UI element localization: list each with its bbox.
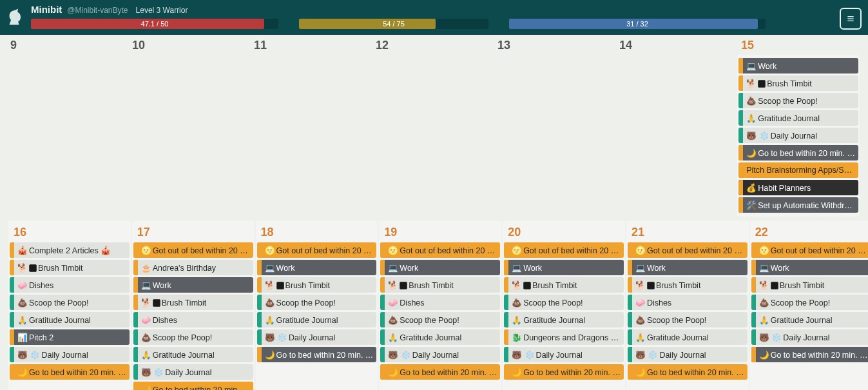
day-cell-18[interactable]: 18 🌝Got out of bed within 20 …💻Work🐕Brus… — [256, 220, 378, 390]
day-cell-15[interactable]: 💻Work🐕Brush Timbit💩Scoop the Poop!🙏Grati… — [737, 55, 860, 217]
day-cell-16[interactable]: 16 🎪Complete 2 Articles 🎪🐕Brush Timbit🧼D… — [8, 220, 131, 390]
task-label: 🧼Dishes — [632, 298, 747, 307]
task-gratitude[interactable]: 🙏Gratitude Journal — [257, 312, 377, 327]
day-cell-20[interactable]: 20 🌝Got out of bed within 20 …💻Work🐕Brus… — [503, 220, 625, 390]
xp-bar: 54 / 75 — [299, 19, 488, 29]
day-cell-19[interactable]: 19 🌝Got out of bed within 20 …💻Work🐕Brus… — [379, 220, 501, 390]
task-scoop[interactable]: 💩Scoop the Poop! — [133, 329, 253, 345]
task-daily_journal[interactable]: 🐻 ❄️Daily Journal — [133, 364, 253, 380]
task-dishes[interactable]: 🧼Dishes — [380, 295, 500, 310]
day-number: 21 — [628, 222, 747, 240]
day-cell-10[interactable] — [130, 55, 251, 217]
task-scoop[interactable]: 💩Scoop the Poop! — [504, 295, 624, 310]
task-gotout[interactable]: 🌝Got out of bed within 20 … — [751, 242, 868, 258]
task-gotout[interactable]: 🌝Got out of bed within 20 … — [257, 242, 377, 258]
task-scoop[interactable]: 💩Scoop the Poop! — [738, 93, 858, 108]
task-brush[interactable]: 🐕Brush Timbit — [504, 277, 624, 293]
menu-button[interactable] — [840, 8, 862, 30]
task-gotout[interactable]: 🌝Got out of bed within 20 … — [133, 242, 253, 258]
task-auto_with[interactable]: 🛠️Set up Automatic Withdr… — [738, 197, 858, 213]
task-stripe — [751, 295, 756, 310]
app-logo[interactable] — [0, 3, 28, 31]
task-daily_journal[interactable]: 🐻 ❄️Daily Journal — [751, 329, 868, 345]
task-label: 🙏Gratitude Journal — [508, 315, 624, 325]
stat-bars: 47.1 / 50 54 / 75 31 / 32 — [31, 19, 863, 29]
task-work[interactable]: 💻Work — [257, 260, 377, 275]
task-brush[interactable]: 🐕Brush Timbit — [380, 277, 500, 293]
task-gotout[interactable]: 🌝Got out of bed within 20 … — [628, 242, 747, 258]
task-label: 🌙Go to bed within 20 min. … — [14, 367, 130, 377]
task-brush[interactable]: 🐕Brush Timbit — [751, 277, 868, 293]
task-work[interactable]: 💻Work — [751, 260, 868, 275]
task-brush[interactable]: 🐕Brush Timbit — [628, 277, 747, 293]
task-gratitude[interactable]: 🙏Gratitude Journal — [738, 110, 858, 126]
task-stripe — [751, 329, 756, 345]
task-gotout[interactable]: 🌝Got out of bed within 20 … — [504, 242, 624, 258]
task-stripe — [738, 75, 743, 91]
task-scoop[interactable]: 💩Scoop the Poop! — [257, 295, 377, 310]
day-cell-13[interactable] — [494, 55, 615, 217]
task-stripe — [133, 329, 138, 345]
task-dnd[interactable]: 🐉Dungeons and Dragons … — [504, 329, 624, 345]
task-gratitude[interactable]: 🙏Gratitude Journal — [133, 347, 253, 362]
task-work[interactable]: 💻Work — [738, 58, 858, 73]
task-pitch2[interactable]: 📊Pitch 2 — [10, 329, 130, 345]
task-label: 🙏Gratitude Journal — [743, 113, 858, 123]
task-pitch_brain[interactable]: Pitch Brainstorming Apps/S… — [738, 162, 858, 178]
task-scoop[interactable]: 💩Scoop the Poop! — [10, 295, 130, 310]
task-articles[interactable]: 🎪Complete 2 Articles 🎪 — [10, 242, 130, 258]
day-cell-21[interactable]: 21 🌝Got out of bed within 20 …💻Work🐕Brus… — [626, 220, 749, 390]
task-work[interactable]: 💻Work — [628, 260, 747, 275]
task-daily_journal[interactable]: 🐻 ❄️Daily Journal — [628, 347, 747, 362]
task-birthday[interactable]: 🎂Andrea's Birthday — [133, 260, 253, 275]
task-daily_journal[interactable]: 🐻 ❄️Daily Journal — [738, 128, 858, 143]
task-daily_journal[interactable]: 🐻 ❄️Daily Journal — [504, 347, 624, 362]
task-dishes[interactable]: 🧼Dishes — [10, 277, 130, 293]
task-label: 💩Scoop the Poop! — [385, 315, 500, 325]
task-gobed_orange[interactable]: 🌙Go to bed within 20 min. … — [628, 364, 747, 380]
day-cell-17[interactable]: 17 🌝Got out of bed within 20 …🎂Andrea's … — [132, 220, 255, 390]
day-cell-11[interactable] — [251, 55, 372, 217]
task-brush[interactable]: 🐕Brush Timbit — [133, 295, 253, 310]
task-stripe — [628, 260, 632, 275]
task-dishes[interactable]: 🧼Dishes — [133, 312, 253, 327]
day-cell-14[interactable] — [616, 55, 737, 217]
task-gobed_orange[interactable]: 🌙Go to bed within 20 min. … — [133, 382, 253, 390]
task-stripe — [738, 58, 743, 73]
task-gratitude[interactable]: 🙏Gratitude Journal — [504, 312, 624, 327]
task-scoop[interactable]: 💩Scoop the Poop! — [628, 312, 747, 327]
task-label: 🙏Gratitude Journal — [138, 350, 253, 360]
task-gobed[interactable]: 🌙Go to bed within 20 min. … — [751, 347, 868, 362]
task-habit_plan[interactable]: 💰Habit Planners — [738, 180, 858, 195]
day-cell-9[interactable] — [8, 55, 129, 217]
task-work[interactable]: 💻Work — [504, 260, 624, 275]
task-gratitude[interactable]: 🙏Gratitude Journal — [751, 312, 868, 327]
task-daily_journal[interactable]: 🐻 ❄️Daily Journal — [257, 329, 377, 345]
task-work[interactable]: 💻Work — [133, 277, 253, 293]
task-dishes[interactable]: 🧼Dishes — [628, 295, 747, 310]
task-gobed[interactable]: 🌙Go to bed within 20 min. … — [738, 145, 858, 161]
task-gobed[interactable]: 🌙Go to bed within 20 min. … — [257, 347, 377, 362]
task-stripe — [738, 145, 743, 161]
day-cell-22[interactable]: 22 🌝Got out of bed within 20 …💻Work🐕Brus… — [750, 220, 868, 390]
task-scoop[interactable]: 💩Scoop the Poop! — [751, 295, 868, 310]
day-number: 19 — [380, 222, 500, 240]
task-gobed_orange[interactable]: 🌙Go to bed within 20 min. … — [380, 364, 500, 380]
task-daily_journal[interactable]: 🐻 ❄️Daily Journal — [380, 347, 500, 362]
task-brush[interactable]: 🐕Brush Timbit — [257, 277, 377, 293]
task-scoop[interactable]: 💩Scoop the Poop! — [380, 312, 500, 327]
task-brush[interactable]: 🐕Brush Timbit — [10, 260, 130, 275]
task-gratitude[interactable]: 🙏Gratitude Journal — [380, 329, 500, 345]
day-cell-12[interactable] — [373, 55, 494, 217]
task-gratitude[interactable]: 🙏Gratitude Journal — [628, 329, 747, 345]
task-gobed_orange[interactable]: 🌙Go to bed within 20 min. … — [504, 364, 624, 380]
task-gratitude[interactable]: 🙏Gratitude Journal — [10, 312, 130, 327]
task-daily_journal[interactable]: 🐻 ❄️Daily Journal — [10, 347, 130, 362]
task-gotout[interactable]: 🌝Got out of bed within 20 … — [380, 242, 500, 258]
task-gobed_orange[interactable]: 🌙Go to bed within 20 min. … — [10, 364, 130, 380]
task-stripe — [504, 260, 508, 275]
task-brush[interactable]: 🐕Brush Timbit — [738, 75, 858, 91]
task-work[interactable]: 💻Work — [380, 260, 500, 275]
task-stripe — [10, 277, 14, 293]
task-label: 💩Scoop the Poop! — [756, 298, 868, 307]
